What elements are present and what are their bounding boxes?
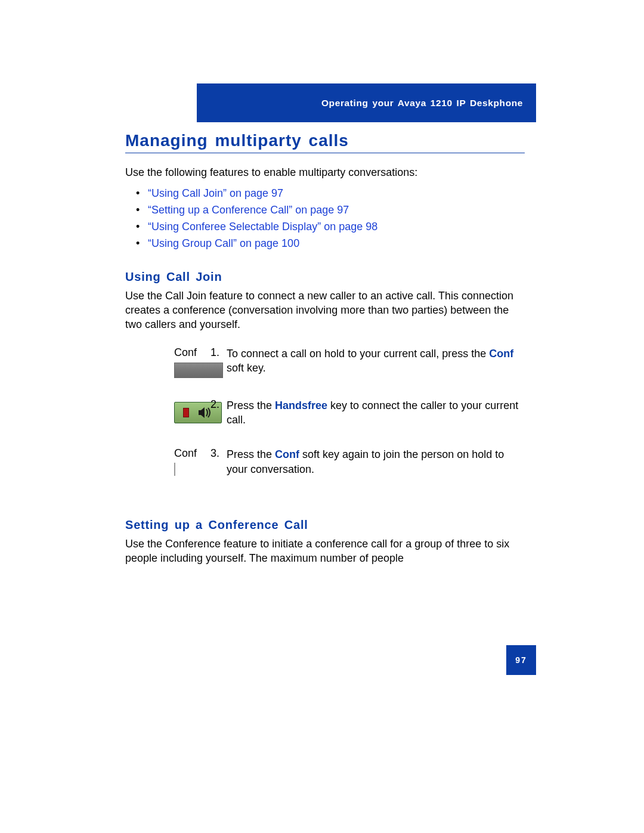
step-text-fragment: Press the xyxy=(227,448,275,460)
led-icon xyxy=(183,408,189,417)
step-number: 1. xyxy=(203,346,227,359)
cross-reference-list: “Using Call Join” on page 97 “Setting up… xyxy=(125,185,525,252)
key-name: Conf xyxy=(489,348,513,360)
intro-text: Use the following features to enable mul… xyxy=(125,165,525,179)
step-row: Conf 3. Press the Conf soft key again to… xyxy=(125,447,525,476)
step-row: Conf 1. To connect a call on hold to you… xyxy=(125,346,525,378)
section-title: Managing multiparty calls xyxy=(125,131,525,153)
page-number-badge: 97 xyxy=(506,645,536,675)
cross-reference-link[interactable]: “Using Group Call” on page 100 xyxy=(136,236,525,252)
page-content: Managing multiparty calls Use the follow… xyxy=(125,131,525,566)
key-name: Handsfree xyxy=(275,400,327,411)
step-text: To connect a call on hold to your curren… xyxy=(227,346,525,376)
step-icon-col: Conf xyxy=(125,346,203,378)
document-page: Operating your Avaya 1210 IP Deskphone M… xyxy=(0,0,644,833)
step-row: 2. Press the Handsfree key to connect th… xyxy=(125,398,525,428)
page-number: 97 xyxy=(515,655,527,665)
conf-softkey-label: Conf xyxy=(174,447,203,460)
step-number: 2. xyxy=(203,398,227,411)
step-number: 3. xyxy=(203,447,227,460)
step-text-fragment: Press the xyxy=(227,400,275,411)
conf-softkey-label: Conf xyxy=(174,346,203,359)
softkey-button-icon xyxy=(174,363,223,378)
step-text: Press the Conf soft key again to join th… xyxy=(227,447,525,476)
subsection-title-call-join: Using Call Join xyxy=(125,270,525,284)
step-text-fragment: To connect a call on hold to your curren… xyxy=(227,348,489,360)
subsection-title-conference: Setting up a Conference Call xyxy=(125,518,525,532)
subsection-intro: Use the Call Join feature to connect a n… xyxy=(125,289,525,332)
step-text: Press the Handsfree key to connect the c… xyxy=(227,398,525,428)
cross-reference-link[interactable]: “Using Conferee Selectable Display” on p… xyxy=(136,219,525,236)
step-icon-col: Conf xyxy=(125,447,203,476)
cross-reference-link[interactable]: “Using Call Join” on page 97 xyxy=(136,185,525,202)
header-bar: Operating your Avaya 1210 IP Deskphone xyxy=(197,83,536,122)
subsection-intro: Use the Conference feature to initiate a… xyxy=(125,537,525,566)
step-text-fragment: soft key. xyxy=(227,362,266,374)
step-icon-col xyxy=(125,398,203,423)
header-breadcrumb: Operating your Avaya 1210 IP Deskphone xyxy=(321,98,523,109)
steps-list: Conf 1. To connect a call on hold to you… xyxy=(125,346,525,476)
key-name: Conf xyxy=(275,448,299,460)
cross-reference-link[interactable]: “Setting up a Conference Call” on page 9… xyxy=(136,202,525,219)
fineprint-card-icon xyxy=(174,463,175,476)
